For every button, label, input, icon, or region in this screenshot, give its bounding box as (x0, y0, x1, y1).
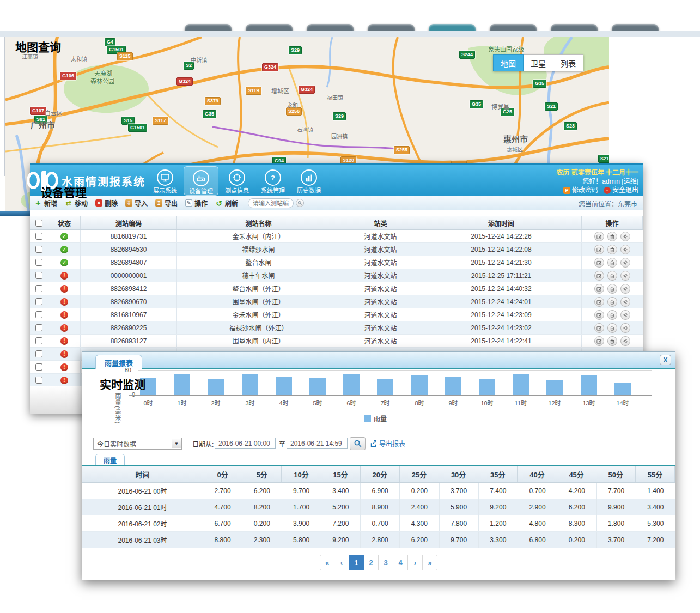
row-checkbox[interactable] (35, 246, 42, 253)
gear-icon[interactable] (620, 245, 630, 254)
x-axis-tick-label: 2时 (205, 398, 227, 407)
data-range-select[interactable]: 今日实时数据 ▼ (93, 438, 182, 450)
chevron-down-icon[interactable]: ▼ (172, 439, 181, 448)
nav-item-label: 展示系统 (148, 187, 182, 195)
trash-icon[interactable] (607, 284, 617, 294)
row-checkbox[interactable] (35, 324, 42, 331)
map-view-button-inactive[interactable]: 卫星 (524, 54, 553, 71)
status-cell: ✓ (48, 230, 81, 242)
status-cell: ! (48, 374, 81, 386)
gear-icon[interactable] (620, 323, 630, 333)
row-checkbox[interactable] (35, 259, 42, 266)
nav-item-测点信息[interactable]: 测点信息 (220, 166, 254, 196)
page-nav-button[interactable]: « (320, 555, 334, 570)
trash-icon[interactable] (607, 297, 617, 307)
edit-icon[interactable] (594, 284, 604, 294)
gear-icon[interactable] (620, 271, 630, 281)
target-icon (229, 169, 245, 186)
trash-icon[interactable] (607, 336, 617, 346)
chart-bar (445, 377, 461, 395)
edit-icon[interactable] (594, 258, 604, 268)
rain-value-cell: 8.200 (242, 499, 282, 515)
close-button[interactable]: X (660, 355, 671, 365)
page-nav-button[interactable]: ‹ (334, 555, 349, 570)
row-checkbox[interactable] (35, 298, 42, 305)
station-name-cell: 围垦水闸（内江） (177, 335, 340, 347)
trash-icon[interactable] (607, 323, 617, 333)
page-button-4[interactable]: 4 (393, 555, 408, 570)
station-name-cell: 金禾水闸（内江） (177, 230, 340, 242)
page-button-1[interactable]: 1 (349, 555, 364, 570)
edit-icon[interactable] (594, 297, 604, 307)
nav-item-系统管理[interactable]: ?系统管理 (255, 166, 290, 196)
station-type-cell: 河道水文站 (340, 321, 421, 334)
rain-value-cell: 0.200 (242, 515, 282, 531)
edit-icon[interactable] (594, 336, 604, 346)
edit-icon[interactable] (594, 245, 604, 254)
gear-icon[interactable] (620, 232, 630, 241)
search-button[interactable] (350, 437, 366, 450)
row-checkbox[interactable] (35, 285, 42, 292)
row-checkbox[interactable] (35, 311, 42, 318)
gear-icon[interactable] (620, 310, 630, 320)
trash-icon[interactable] (607, 232, 617, 241)
trash-icon[interactable] (607, 258, 617, 268)
row-checkbox[interactable] (35, 377, 42, 384)
rain-value-cell: 6.200 (557, 499, 596, 515)
rain-column-header: 时间 (82, 466, 203, 482)
page-button-3[interactable]: 3 (379, 555, 393, 570)
row-checkbox[interactable] (35, 272, 42, 279)
nav-item-展示系统[interactable]: 展示系统 (148, 166, 182, 196)
tab-rain-report[interactable]: 雨量报表 (95, 355, 142, 369)
map-view-button-active[interactable]: 地图 (493, 54, 524, 71)
gear-icon[interactable] (620, 258, 630, 268)
subtab-rain[interactable]: 雨量 (95, 454, 125, 465)
station-search (248, 198, 304, 208)
trash-icon[interactable] (607, 310, 617, 320)
date-from-input[interactable] (215, 438, 276, 449)
toolbar-button-删除[interactable]: ×删除 (95, 198, 118, 208)
gear-icon[interactable] (620, 297, 630, 307)
current-location-text: 您当前位置：东莞市 (579, 199, 637, 208)
nav-item-设备管理[interactable]: 设备管理 (184, 166, 218, 196)
row-checkbox[interactable] (35, 363, 42, 371)
rain-value-cell: 1.400 (636, 483, 675, 499)
toolbar-button-导出[interactable]: ↥导出 (155, 198, 178, 208)
logout-link[interactable]: ◦ 安全退出 (604, 186, 638, 195)
actions-cell (582, 295, 643, 308)
change-password-link[interactable]: P 修改密码 (563, 186, 598, 195)
pagination: «‹1234›» (82, 555, 675, 570)
map-view-button-inactive[interactable]: 列表 (553, 54, 583, 71)
date-to-input[interactable] (287, 438, 348, 449)
row-checkbox[interactable] (35, 233, 42, 240)
trash-icon[interactable] (607, 245, 617, 254)
trash-icon[interactable] (607, 271, 617, 281)
row-checkbox-cell (30, 269, 48, 282)
toolbar-button-刷新[interactable]: ↺刷新 (215, 198, 238, 208)
row-checkbox[interactable] (35, 337, 42, 344)
added-time-cell: 2015-12-25 17:11:21 (421, 269, 582, 282)
edit-icon[interactable] (594, 323, 604, 333)
export-report-link[interactable]: 导出报表 (369, 439, 405, 448)
edit-icon[interactable] (594, 232, 604, 241)
rain-value-cell: 0.700 (361, 515, 400, 531)
gear-icon[interactable] (620, 284, 630, 294)
station-search-input[interactable] (248, 198, 294, 208)
page-nav-button[interactable]: › (408, 555, 423, 570)
toolbar-button-导入[interactable]: ↧导入 (125, 198, 148, 208)
status-cell: ✓ (48, 243, 81, 256)
edit-icon[interactable] (594, 271, 604, 281)
page-button-2[interactable]: 2 (364, 555, 379, 570)
rain-value-cell: 3.700 (440, 483, 479, 499)
edit-icon[interactable] (594, 310, 604, 320)
gear-icon[interactable] (620, 336, 630, 346)
rain-time-cell: 2016-06-21 00时 (82, 483, 203, 499)
road-shield: G35 (533, 80, 546, 88)
nav-item-历史数据[interactable]: 历史数据 (291, 166, 326, 196)
select-all-checkbox[interactable] (35, 220, 42, 227)
toolbar-button-操作[interactable]: ✎操作 (185, 198, 208, 208)
page-nav-button[interactable]: » (423, 555, 437, 570)
row-checkbox[interactable] (35, 350, 42, 357)
search-icon[interactable] (296, 199, 304, 207)
x-axis-tick-label: 11时 (510, 398, 532, 407)
